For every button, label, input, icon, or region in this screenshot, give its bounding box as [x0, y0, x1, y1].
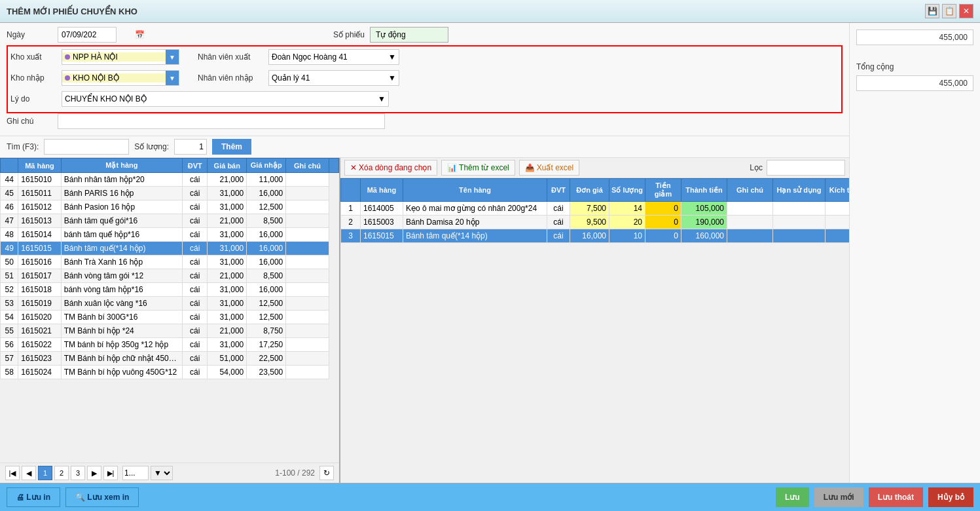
cell-gia-nhap: 23,500 [247, 366, 286, 379]
table-row[interactable]: 53 1615019 Bánh xuân lộc vàng *16 cái 31… [1, 297, 339, 311]
ly-do-select[interactable]: CHUYỂN KHO NỘI BỘ ▼ [62, 91, 389, 107]
table-row[interactable]: 57 1615023 TM Bánh bí hộp chữ nhật 450G*… [1, 352, 339, 366]
page-last-btn[interactable]: ▶| [103, 466, 118, 480]
nv-xuat-select[interactable]: Đoàn Ngọc Hoàng 41 ▼ [268, 49, 399, 65]
nv-nhap-select[interactable]: Quản lý 41 ▼ [268, 70, 399, 86]
ngay-input[interactable] [58, 27, 117, 43]
cell-gia-nhap: 11,000 [247, 173, 286, 187]
delete-row-btn[interactable]: ✕ Xóa dòng đang chọn [344, 160, 437, 176]
cell-ten: Bánh tâm quế gói*16 [61, 214, 182, 228]
table-row[interactable]: 58 1615024 TM Bánh bí hộp vuông 450G*12 … [1, 366, 339, 379]
table-row[interactable]: 51 1615017 Bánh vòng tâm gói *12 cái 21,… [1, 269, 339, 283]
cell-dvt: cái [183, 269, 208, 283]
form-row-ngay: Ngày 📅 Số phiếu Tự động [7, 27, 843, 43]
page-2-btn[interactable]: 2 [54, 466, 69, 480]
cell-dvt: cái [183, 352, 208, 366]
copy-icon-btn[interactable]: 📋 [942, 4, 956, 18]
table-row[interactable]: 47 1615013 Bánh tâm quế gói*16 cái 21,00… [1, 214, 339, 228]
cell-gia-ban: 31,000 [208, 228, 247, 242]
save-icon-btn[interactable]: 💾 [925, 4, 939, 18]
table-row[interactable]: 55 1615021 TM Bánh bí hộp *24 cái 21,000… [1, 324, 339, 338]
ghi-chu-input[interactable] [58, 113, 385, 129]
cell-don-gia: 9,500 [570, 216, 609, 229]
table-row[interactable]: 46 1615012 Bánh Pasion 16 hộp cái 31,000… [1, 200, 339, 214]
huy-bo-button[interactable]: Hủy bỏ [928, 487, 973, 507]
page-3-btn[interactable]: 3 [71, 466, 85, 480]
cell-ma: 1615018 [18, 283, 61, 297]
search-row: Tìm (F3): Số lượng: Thêm [0, 136, 849, 158]
col-ghi-chu: Ghi chú [286, 159, 329, 173]
page-1-btn[interactable]: 1 [38, 466, 52, 480]
luu-thoat-button[interactable]: Lưu thoát [869, 487, 923, 507]
them-button[interactable]: Thêm [212, 139, 251, 155]
ghi-chu-label: Ghi chú [7, 117, 52, 126]
main-content: Ngày 📅 Số phiếu Tự động Kho xuất NPP HÀ … [0, 23, 980, 483]
rcol-dvt: ĐVT [547, 179, 570, 202]
so-phieu-value: Tự động [370, 27, 448, 43]
page-first-btn[interactable]: |◀ [5, 466, 20, 480]
cell-dvt: cái [183, 283, 208, 297]
luu-button[interactable]: Lưu [776, 487, 809, 507]
page-prev-btn[interactable]: ◀ [22, 466, 36, 480]
luu-moi-button[interactable]: Lưu mới [814, 487, 863, 507]
cell-gia-ban: 31,000 [208, 311, 247, 324]
cell-ma: 1615012 [18, 200, 61, 214]
cell-stt: 56 [1, 338, 18, 352]
table-row[interactable]: 3 1615015 Bánh tâm quế(*14 hộp) cái 16,0… [341, 229, 850, 243]
cell-stt: 53 [1, 297, 18, 311]
cell-don-gia: 16,000 [570, 229, 609, 243]
table-row[interactable]: 52 1615018 bánh vòng tâm hộp*16 cái 31,0… [1, 283, 339, 297]
cell-ma: 1615011 [18, 187, 61, 200]
kho-info-box: Kho xuất NPP HÀ NỘI ▼ Nhân viên xuất Đoà… [7, 45, 843, 113]
ly-do-chevron-icon: ▼ [378, 94, 386, 104]
so-luong-input[interactable] [174, 139, 207, 155]
luu-in-button[interactable]: 🖨 Lưu in [7, 487, 60, 507]
cell-stt: 2 [341, 216, 361, 229]
cell-stt: 47 [1, 214, 18, 228]
cell-ma: 1615023 [18, 352, 61, 366]
col-gia-nhap: Giá nhập [247, 159, 286, 173]
kho-xuat-select[interactable]: NPP HÀ NỘI ▼ [62, 49, 179, 65]
col-ma-hang: Mã hàng [18, 159, 61, 173]
table-row[interactable]: 49 1615015 Bánh tâm quế(*14 hộp) cái 31,… [1, 242, 339, 256]
kho-xuat-value: NPP HÀ NỘI [73, 52, 118, 62]
table-row[interactable]: 48 1615014 bánh tâm quế hộp*16 cái 31,00… [1, 228, 339, 242]
cell-stt: 1 [341, 202, 361, 216]
table-row[interactable]: 44 1615010 Bánh nhân tâm hộp*20 cái 21,0… [1, 173, 339, 187]
rcol-stt [341, 179, 361, 202]
add-excel-btn[interactable]: 📊 Thêm từ excel [441, 160, 515, 176]
cell-stt: 48 [1, 228, 18, 242]
table-row[interactable]: 45 1615011 Bánh PARIS 16 hộp cái 31,000 … [1, 187, 339, 200]
export-excel-btn[interactable]: 📤 Xuất excel [519, 160, 579, 176]
page-select[interactable]: ▼ [151, 466, 173, 480]
cell-ten: TM Bánh bí hộp vuông 450G*12 [61, 366, 182, 379]
luu-xem-in-button[interactable]: 🔍 Lưu xem in [65, 487, 139, 507]
filter-input[interactable] [767, 160, 845, 176]
table-row[interactable]: 54 1615020 TM Bánh bí 300G*16 cái 31,000… [1, 311, 339, 324]
refresh-btn[interactable]: ↻ [319, 466, 334, 480]
page-input[interactable] [122, 466, 149, 480]
cell-ten: TM Bánh bí 300G*16 [61, 311, 182, 324]
table-row[interactable]: 56 1615022 TM bánh bí hộp 350g *12 hộp c… [1, 338, 339, 352]
table-row[interactable]: 50 1615016 Bánh Trà Xanh 16 hộp cái 31,0… [1, 256, 339, 269]
nv-nhap-chevron-icon: ▼ [388, 73, 396, 83]
cell-ghi-chu [286, 228, 329, 242]
kho-dot-icon [65, 54, 70, 60]
cell-ghi-chu [727, 229, 773, 243]
right-table-scroll[interactable]: Mã hàng Tên hàng ĐVT Đơn giá Số lượng Ti… [340, 178, 849, 483]
right-table-wrapper: ✕ Xóa dòng đang chọn 📊 Thêm từ excel 📤 X… [340, 158, 849, 483]
right-data-table: Mã hàng Tên hàng ĐVT Đơn giá Số lượng Ti… [340, 178, 849, 243]
table-row[interactable]: 2 1615003 Bánh Damisa 20 hộp cái 9,500 2… [341, 216, 850, 229]
kho-nhap-chevron[interactable]: ▼ [166, 71, 179, 85]
page-next-btn[interactable]: ▶ [87, 466, 101, 480]
cell-ten: Kẹo ô mai mơ gừng có nhân 200g*24 [403, 202, 547, 216]
left-table-scroll[interactable]: Mã hàng Mặt hàng ĐVT Giá bán Giá nhập Gh… [0, 158, 339, 463]
kho-nhap-select[interactable]: KHO NỘI BỘ ▼ [62, 70, 179, 86]
search-input[interactable] [44, 139, 129, 155]
rcol-so-luong: Số lượng [609, 179, 645, 202]
cell-ten: Bánh Damisa 20 hộp [403, 216, 547, 229]
kho-xuat-chevron[interactable]: ▼ [166, 50, 179, 64]
kho-xuat-label: Kho xuất [10, 52, 56, 62]
close-button[interactable]: ✕ [959, 4, 973, 18]
table-row[interactable]: 1 1614005 Kẹo ô mai mơ gừng có nhân 200g… [341, 202, 850, 216]
